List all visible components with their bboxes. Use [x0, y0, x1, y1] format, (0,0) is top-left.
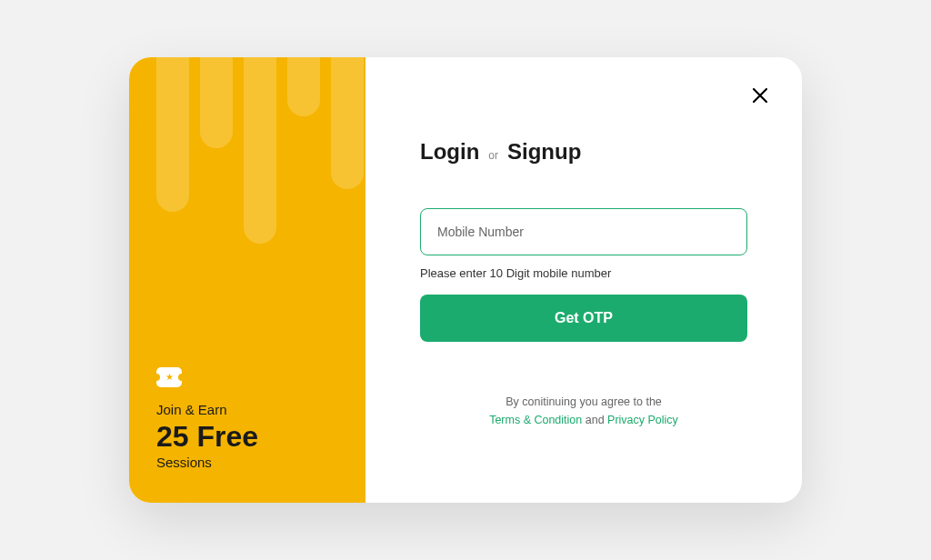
- form-heading: Login or Signup: [420, 139, 747, 165]
- get-otp-button[interactable]: Get OTP: [420, 295, 747, 342]
- agree-prefix: By conitinuing you agree to the: [506, 395, 662, 408]
- promo-sub-text: Sessions: [156, 455, 338, 470]
- terms-link[interactable]: Terms & Condition: [489, 414, 582, 426]
- drip: [244, 57, 276, 244]
- close-button[interactable]: [747, 83, 773, 108]
- drip: [287, 57, 320, 116]
- privacy-link[interactable]: Privacy Policy: [607, 414, 678, 426]
- mobile-helper-text: Please enter 10 Digit mobile number: [420, 266, 747, 280]
- promo-join-label: Join & Earn: [156, 402, 338, 417]
- drip: [200, 57, 233, 148]
- ticket-icon: ★: [156, 367, 182, 387]
- heading-or: or: [488, 149, 498, 162]
- heading-login: Login: [420, 139, 479, 165]
- drip: [331, 57, 364, 189]
- promo-panel: ★ Join & Earn 25 Free Sessions: [129, 57, 365, 503]
- form-panel: Login or Signup Please enter 10 Digit mo…: [365, 57, 802, 503]
- drip-decoration: [129, 57, 365, 312]
- heading-signup: Signup: [507, 139, 581, 165]
- promo-big-text: 25 Free: [156, 421, 338, 453]
- agree-text: By conitinuing you agree to the Terms & …: [420, 393, 747, 429]
- star-icon: ★: [165, 372, 174, 382]
- agree-and: and: [582, 414, 607, 426]
- auth-modal: ★ Join & Earn 25 Free Sessions Login or …: [129, 57, 802, 503]
- close-icon: [752, 87, 768, 104]
- mobile-input[interactable]: [420, 208, 747, 255]
- drip: [156, 57, 189, 212]
